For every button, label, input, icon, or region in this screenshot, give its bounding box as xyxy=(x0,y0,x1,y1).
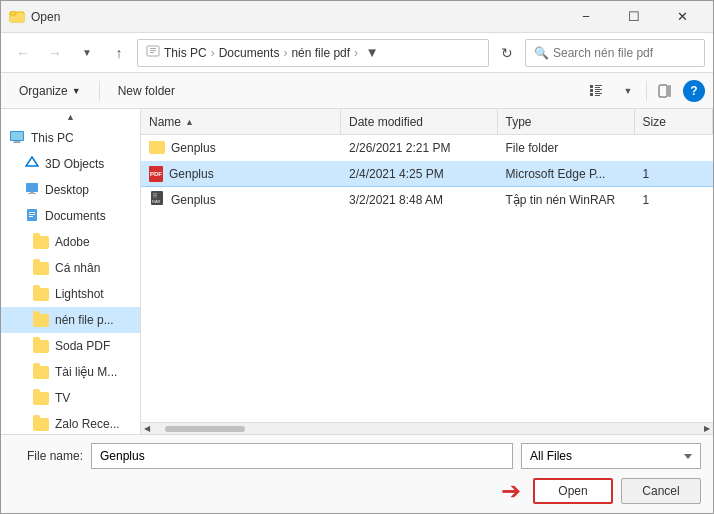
svg-rect-7 xyxy=(590,85,593,88)
file-date-text: 2/26/2021 2:21 PM xyxy=(349,141,450,155)
svg-rect-19 xyxy=(11,132,23,140)
svg-rect-33 xyxy=(153,195,157,196)
adobe-label: Adobe xyxy=(55,235,90,249)
svg-rect-25 xyxy=(28,193,36,194)
sidebar-item-3dobjects[interactable]: 3D Objects xyxy=(1,151,140,177)
breadcrumb-current[interactable]: nén file pdf xyxy=(291,46,350,60)
toolbar-right: ▼ ? xyxy=(582,78,705,104)
file-size-cell: 1 xyxy=(635,193,713,207)
col-header-date[interactable]: Date modified xyxy=(341,109,498,134)
bottom-bar: File name: All Files ➔ Open Cancel xyxy=(1,434,713,513)
documents-icon xyxy=(25,208,39,225)
nen-file-pdf-label: nén file p... xyxy=(55,313,114,327)
svg-rect-9 xyxy=(595,87,600,88)
minimize-button[interactable]: − xyxy=(563,1,609,33)
scroll-left-button[interactable]: ◀ xyxy=(141,423,153,435)
filename-row: File name: All Files xyxy=(13,443,701,469)
col-header-type[interactable]: Type xyxy=(498,109,635,134)
address-path[interactable]: This PC › Documents › nén file pdf › ▼ xyxy=(137,39,489,67)
sidebar-scroll-up[interactable]: ▲ xyxy=(1,109,140,125)
address-bar: ← → ▼ ↑ This PC › Documents › nén file p… xyxy=(1,33,713,73)
svg-rect-5 xyxy=(150,50,156,51)
svg-rect-24 xyxy=(30,192,34,193)
svg-marker-22 xyxy=(26,157,38,166)
scroll-track[interactable] xyxy=(165,425,689,433)
dialog-title: Open xyxy=(31,10,563,24)
path-dropdown-button[interactable]: ▼ xyxy=(362,39,382,67)
file-area: Name ▲ Date modified Type Size xyxy=(141,109,713,434)
lightshot-label: Lightshot xyxy=(55,287,104,301)
view-list-button[interactable] xyxy=(582,78,610,104)
file-list-body: Genplus 2/26/2021 2:21 PM File folder xyxy=(141,135,713,422)
svg-rect-21 xyxy=(13,142,21,143)
sidebar-item-zalo[interactable]: Zalo Rece... xyxy=(1,411,140,434)
search-input[interactable] xyxy=(553,46,703,60)
new-folder-button[interactable]: New folder xyxy=(108,78,185,104)
organize-button[interactable]: Organize ▼ xyxy=(9,78,91,104)
toolbar-sep2 xyxy=(646,81,647,101)
up-button[interactable]: ↑ xyxy=(105,39,133,67)
table-row[interactable]: PDF Genplus 2/4/2021 4:25 PM Microsoft E… xyxy=(141,161,713,187)
sidebar-item-thispc[interactable]: This PC xyxy=(1,125,140,151)
col-name-text: Name xyxy=(149,115,181,129)
rar-icon: RAR xyxy=(149,190,165,209)
open-button[interactable]: Open xyxy=(533,478,613,504)
file-list-header: Name ▲ Date modified Type Size xyxy=(141,109,713,135)
sidebar-item-lightshot[interactable]: Lightshot xyxy=(1,281,140,307)
scroll-right-button[interactable]: ▶ xyxy=(701,423,713,435)
svg-rect-23 xyxy=(26,183,38,192)
3dobjects-icon xyxy=(25,156,39,173)
toolbar-separator xyxy=(99,81,100,101)
sidebar-item-tai-lieu[interactable]: Tài liệu M... xyxy=(1,359,140,385)
filename-input[interactable] xyxy=(91,443,513,469)
search-icon: 🔍 xyxy=(534,46,549,60)
tv-folder-icon xyxy=(33,392,49,405)
sidebar-item-desktop[interactable]: Desktop xyxy=(1,177,140,203)
file-type-text: Microsoft Edge P... xyxy=(506,167,606,181)
pdf-icon: PDF xyxy=(149,166,163,182)
main-content: ▲ This PC 3D Objects De xyxy=(1,109,713,434)
arrow-indicator: ➔ xyxy=(501,477,521,505)
view-dropdown-button[interactable]: ▼ xyxy=(614,78,642,104)
forward-button[interactable]: → xyxy=(41,39,69,67)
col-type-text: Type xyxy=(506,115,532,129)
breadcrumb-documents[interactable]: Documents xyxy=(219,46,280,60)
preview-pane-button[interactable] xyxy=(651,78,679,104)
horizontal-scrollbar[interactable]: ◀ ▶ xyxy=(141,422,713,434)
nen-file-pdf-folder-icon xyxy=(33,314,49,327)
sidebar-item-nen-file-pdf[interactable]: nén file p... xyxy=(1,307,140,333)
scroll-thumb[interactable] xyxy=(165,426,245,432)
breadcrumb-thispc[interactable]: This PC xyxy=(164,46,207,60)
table-row[interactable]: RAR Genplus 3/2/2021 8:48 AM Tập tin nén… xyxy=(141,187,713,213)
sidebar-item-documents[interactable]: Documents xyxy=(1,203,140,229)
tai-lieu-folder-icon xyxy=(33,366,49,379)
back-button[interactable]: ← xyxy=(9,39,37,67)
maximize-button[interactable]: ☐ xyxy=(611,1,657,33)
tv-label: TV xyxy=(55,391,70,405)
current-folder-text: nén file pdf xyxy=(291,46,350,60)
col-header-name[interactable]: Name ▲ xyxy=(141,109,341,134)
sidebar-item-adobe[interactable]: Adobe xyxy=(1,229,140,255)
svg-rect-20 xyxy=(14,141,20,142)
file-name-cell: PDF Genplus xyxy=(141,166,341,182)
new-folder-label: New folder xyxy=(118,84,175,98)
file-name-text: Genplus xyxy=(169,167,214,181)
svg-rect-29 xyxy=(29,216,33,217)
col-header-size[interactable]: Size xyxy=(635,109,713,134)
soda-pdf-folder-icon xyxy=(33,340,49,353)
sidebar-item-tv[interactable]: TV xyxy=(1,385,140,411)
sidebar-item-soda-pdf[interactable]: Soda PDF xyxy=(1,333,140,359)
help-button[interactable]: ? xyxy=(683,80,705,102)
zalo-label: Zalo Rece... xyxy=(55,417,120,431)
file-date-cell: 2/26/2021 2:21 PM xyxy=(341,141,498,155)
table-row[interactable]: Genplus 2/26/2021 2:21 PM File folder xyxy=(141,135,713,161)
cancel-button[interactable]: Cancel xyxy=(621,478,701,504)
thispc-text: This PC xyxy=(164,46,207,60)
close-button[interactable]: ✕ xyxy=(659,1,705,33)
file-type-cell: File folder xyxy=(498,141,635,155)
dropdown-button[interactable]: ▼ xyxy=(73,39,101,67)
refresh-button[interactable]: ↻ xyxy=(493,39,521,67)
svg-rect-2 xyxy=(10,12,16,15)
sidebar-item-ca-nhan[interactable]: Cá nhân xyxy=(1,255,140,281)
filetype-select[interactable]: All Files xyxy=(521,443,701,469)
